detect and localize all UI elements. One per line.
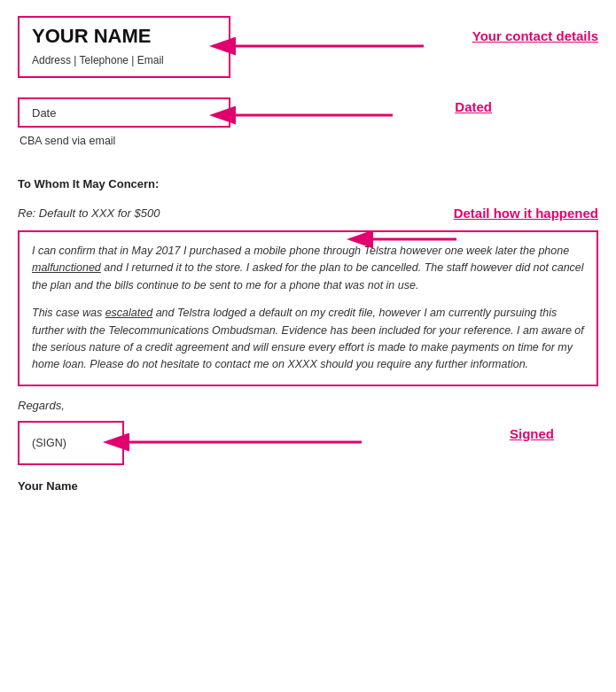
- detail-arrow: [368, 218, 545, 250]
- send-line: CBA send via email: [18, 135, 598, 147]
- sign-section: (SIGN) Signed: [18, 421, 598, 465]
- regards-line: Regards,: [18, 399, 598, 412]
- send-text: CBA send via email: [19, 135, 115, 147]
- dated-arrow: [229, 101, 459, 131]
- malfunctioned-word: malfunctioned: [32, 261, 101, 274]
- date-label: Date: [32, 106, 56, 120]
- body-paragraph-2: This case was escalated and Telstra lodg…: [32, 305, 584, 374]
- contact-arrow: [229, 30, 503, 66]
- greeting-text: To Whom It May Concern:: [18, 177, 159, 190]
- name-box: YOUR NAME Address | Telephone | Email: [18, 16, 230, 78]
- contact-line: Address | Telephone | Email: [32, 54, 164, 66]
- regards-text: Regards,: [18, 399, 65, 412]
- escalated-word: escalated: [105, 307, 153, 319]
- sign-box: (SIGN): [18, 421, 124, 465]
- date-box: Date: [18, 97, 230, 128]
- signed-label: Signed: [510, 426, 554, 441]
- body-section-wrapper: Detail how it happened I can confirm tha…: [18, 230, 598, 386]
- footer-name: Your Name: [18, 479, 598, 493]
- signed-arrow: [122, 428, 424, 458]
- dated-label: Dated: [455, 99, 492, 114]
- your-name: YOUR NAME: [32, 25, 216, 48]
- contact-label: Your contact details: [472, 28, 598, 43]
- header-section: YOUR NAME Address | Telephone | Email Yo…: [18, 16, 598, 78]
- date-section: Date Dated: [18, 97, 598, 128]
- body-paragraph-1: I can confirm that in May 2017 I purchas…: [32, 243, 584, 294]
- sign-text: (SIGN): [32, 437, 66, 449]
- body-box: I can confirm that in May 2017 I purchas…: [18, 230, 598, 386]
- footer-name-text: Your Name: [18, 479, 78, 493]
- re-text: Re: Default to XXX for $500: [18, 206, 160, 220]
- greeting: To Whom It May Concern:: [18, 177, 598, 190]
